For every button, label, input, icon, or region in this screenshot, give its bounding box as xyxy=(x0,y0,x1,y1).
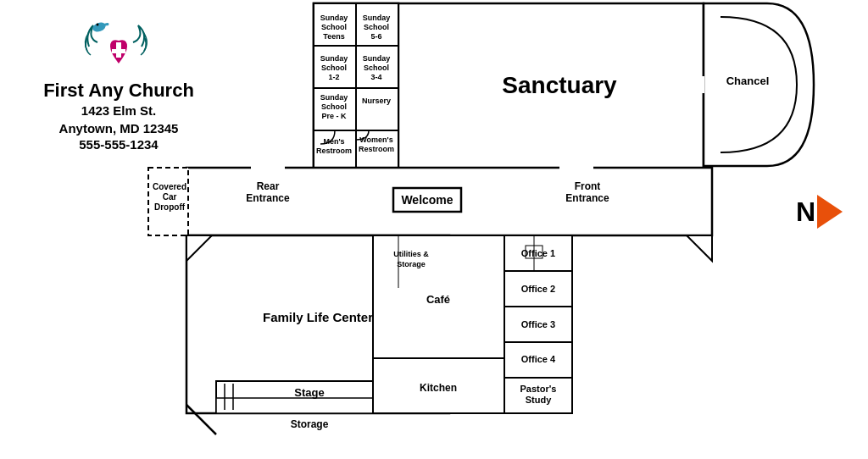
svg-text:Storage: Storage xyxy=(397,260,426,268)
svg-text:School: School xyxy=(364,64,389,72)
svg-text:Entrance: Entrance xyxy=(565,192,609,204)
svg-text:Study: Study xyxy=(526,395,552,405)
svg-text:Family Life Center: Family Life Center xyxy=(263,310,373,324)
svg-text:School: School xyxy=(321,64,347,72)
svg-text:Café: Café xyxy=(426,293,450,306)
svg-text:Office 2: Office 2 xyxy=(521,284,555,294)
svg-rect-34 xyxy=(251,166,285,169)
svg-text:Sunday: Sunday xyxy=(363,54,391,63)
chancel-label: Chancel xyxy=(726,75,770,87)
svg-text:Welcome: Welcome xyxy=(401,193,453,207)
svg-text:5-6: 5-6 xyxy=(370,32,381,41)
svg-text:Nursery: Nursery xyxy=(362,97,391,105)
svg-text:School: School xyxy=(364,23,389,31)
svg-text:Sunday: Sunday xyxy=(320,93,348,102)
svg-text:Kitchen: Kitchen xyxy=(420,382,457,394)
svg-text:3-4: 3-4 xyxy=(370,73,381,81)
north-letter: N xyxy=(796,196,815,228)
svg-marker-40 xyxy=(687,235,712,261)
svg-text:Storage: Storage xyxy=(291,418,329,430)
svg-text:Pre - K: Pre - K xyxy=(321,112,347,120)
svg-text:Utilities &: Utilities & xyxy=(393,250,429,258)
svg-text:School: School xyxy=(321,23,347,31)
north-arrow-chevron xyxy=(817,195,843,229)
svg-text:School: School xyxy=(321,102,347,111)
svg-text:Restroom: Restroom xyxy=(359,145,394,153)
svg-text:Dropoff: Dropoff xyxy=(154,202,186,212)
svg-text:1-2: 1-2 xyxy=(328,73,339,81)
north-arrow: N xyxy=(796,195,843,229)
svg-rect-35 xyxy=(559,166,593,169)
svg-text:Rear: Rear xyxy=(257,180,280,192)
svg-text:Teens: Teens xyxy=(323,32,344,41)
svg-rect-33 xyxy=(148,168,188,235)
svg-text:Front: Front xyxy=(575,180,601,192)
svg-text:Car: Car xyxy=(163,192,177,202)
svg-rect-5 xyxy=(699,76,704,93)
svg-text:Stage: Stage xyxy=(294,386,324,399)
svg-text:Office 3: Office 3 xyxy=(521,319,555,329)
svg-text:Covered: Covered xyxy=(153,182,186,191)
svg-text:Men's: Men's xyxy=(323,137,344,146)
svg-text:Sunday: Sunday xyxy=(363,14,391,22)
svg-text:Women's: Women's xyxy=(359,135,392,144)
svg-text:Sunday: Sunday xyxy=(320,54,348,63)
svg-rect-12 xyxy=(356,88,398,130)
svg-text:Pastor's: Pastor's xyxy=(520,384,557,394)
svg-text:Office 1: Office 1 xyxy=(521,248,555,258)
svg-text:Restroom: Restroom xyxy=(316,147,352,155)
sanctuary-label: Sanctuary xyxy=(502,72,617,98)
svg-text:Sunday: Sunday xyxy=(320,14,348,22)
svg-text:Entrance: Entrance xyxy=(246,192,290,204)
floor-plan: Sanctuary Chancel Sunday School Teens Su… xyxy=(0,0,868,459)
svg-text:Office 4: Office 4 xyxy=(521,354,556,364)
